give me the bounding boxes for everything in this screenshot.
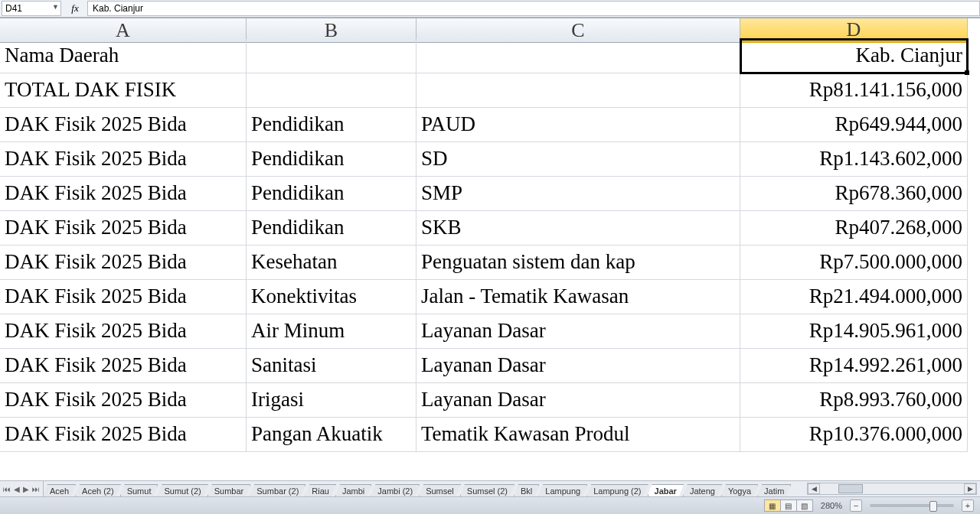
horizontal-scroll-area: ◀ ▶ [791, 481, 980, 496]
formula-input-value: Kab. Cianjur [93, 3, 143, 14]
cell[interactable]: Pendidikan [247, 211, 416, 246]
excel-window: D41 ▼ fx Kab. Cianjur ABCD Nama DaerahKa… [0, 0, 980, 514]
cell[interactable]: Layanan Dasar [416, 349, 740, 383]
scroll-left-icon[interactable]: ◀ [808, 483, 820, 494]
fx-icon: fx [71, 2, 78, 15]
cell[interactable]: Pendidikan [247, 142, 416, 177]
cell[interactable]: PAUD [416, 108, 740, 142]
cell[interactable]: DAK Fisik 2025 Bida [0, 246, 247, 280]
sheet-tab[interactable]: Bkl [514, 484, 539, 496]
cell[interactable]: Rp1.143.602,000 [740, 142, 968, 177]
cell[interactable]: DAK Fisik 2025 Bida [0, 314, 247, 349]
chevron-down-icon[interactable]: ▼ [52, 3, 59, 11]
cell[interactable]: Jalan - Tematik Kawasan [416, 280, 740, 314]
cell[interactable]: Rp14.905.961,000 [740, 314, 968, 349]
sheet-tab[interactable]: Sumbar [207, 484, 251, 496]
tab-next-icon[interactable]: ▶ [23, 485, 29, 493]
cell[interactable]: Tematik Kawasan Produl [416, 418, 740, 452]
view-page-layout-button[interactable]: ▤ [781, 500, 797, 511]
tab-prev-icon[interactable]: ◀ [14, 485, 20, 493]
cell[interactable] [416, 39, 740, 73]
sheet-tab[interactable]: Jambi [335, 484, 371, 496]
sheet-tab[interactable]: Sumsel (2) [460, 484, 514, 496]
cell[interactable]: Rp7.500.000,000 [740, 246, 968, 280]
cell[interactable]: Kesehatan [247, 246, 416, 280]
worksheet-area[interactable]: ABCD Nama DaerahKab. CianjurTOTAL DAK FI… [0, 18, 980, 480]
cell[interactable]: Kab. Cianjur [740, 39, 968, 73]
cell[interactable]: Rp81.141.156,000 [740, 73, 968, 108]
cell[interactable]: SKB [416, 211, 740, 246]
sheet-tab[interactable]: Jabar [648, 484, 684, 496]
tab-nav-buttons: ⏮ ◀ ▶ ⏭ [0, 481, 44, 496]
sheet-tab[interactable]: Riau [305, 484, 336, 496]
sheet-tab[interactable]: Sumut (2) [157, 484, 207, 496]
sheet-tab[interactable]: Jatim [757, 484, 791, 496]
cell[interactable]: DAK Fisik 2025 Bida [0, 418, 247, 452]
cell[interactable]: DAK Fisik 2025 Bida [0, 142, 247, 177]
cell[interactable]: DAK Fisik 2025 Bida [0, 177, 247, 211]
cell[interactable]: Rp649.944,000 [740, 108, 968, 142]
cell-grid[interactable]: Nama DaerahKab. CianjurTOTAL DAK FISIKRp… [0, 39, 980, 452]
view-page-break-button[interactable]: ▧ [797, 500, 812, 511]
cell[interactable]: Rp407.268,000 [740, 211, 968, 246]
name-box[interactable]: D41 ▼ [2, 1, 61, 16]
sheet-tab[interactable]: Sumbar (2) [250, 484, 305, 496]
tab-first-icon[interactable]: ⏮ [3, 485, 11, 493]
cell[interactable]: Konektivitas [247, 280, 416, 314]
cell[interactable]: Nama Daerah [0, 39, 247, 73]
sheet-tab[interactable]: Jambi (2) [371, 484, 420, 496]
sheet-tab[interactable]: Yogya [721, 484, 758, 496]
sheet-tab[interactable]: Sumsel [419, 484, 461, 496]
cell[interactable]: Pendidikan [247, 177, 416, 211]
zoom-out-button[interactable]: − [850, 499, 862, 512]
cell[interactable]: Rp10.376.000,000 [740, 418, 968, 452]
cell[interactable]: Pangan Akuatik [247, 418, 416, 452]
view-buttons: ▦ ▤ ▧ [764, 499, 813, 512]
cell[interactable] [247, 73, 416, 108]
sheet-tab[interactable]: Aceh [44, 484, 76, 496]
cell[interactable] [416, 73, 740, 108]
cell[interactable]: TOTAL DAK FISIK [0, 73, 247, 108]
cell[interactable]: Sanitasi [247, 349, 416, 383]
cell[interactable]: Irigasi [247, 383, 416, 418]
cell[interactable]: Layanan Dasar [416, 383, 740, 418]
cell[interactable]: Layanan Dasar [416, 314, 740, 349]
cell[interactable]: Rp678.360,000 [740, 177, 968, 211]
fx-button[interactable]: fx [66, 1, 84, 16]
cell[interactable]: DAK Fisik 2025 Bida [0, 383, 247, 418]
zoom-slider[interactable] [870, 504, 954, 507]
cell[interactable]: SD [416, 142, 740, 177]
view-normal-button[interactable]: ▦ [765, 500, 781, 511]
cell[interactable]: DAK Fisik 2025 Bida [0, 280, 247, 314]
sheet-tab[interactable]: Sumut [120, 484, 158, 496]
column-headers: ABCD [0, 18, 980, 39]
cell[interactable]: DAK Fisik 2025 Bida [0, 349, 247, 383]
cell[interactable]: Penguatan sistem dan kap [416, 246, 740, 280]
sheet-tabs: AcehAceh (2)SumutSumut (2)SumbarSumbar (… [44, 481, 791, 496]
cell[interactable]: Air Minum [247, 314, 416, 349]
cell[interactable]: Rp14.992.261,000 [740, 349, 968, 383]
name-box-value: D41 [5, 3, 22, 14]
cell[interactable]: DAK Fisik 2025 Bida [0, 108, 247, 142]
cell[interactable]: SMP [416, 177, 740, 211]
sheet-tabs-bar: ⏮ ◀ ▶ ⏭ AcehAceh (2)SumutSumut (2)Sumbar… [0, 480, 980, 496]
tab-last-icon[interactable]: ⏭ [32, 485, 40, 493]
status-bar: ▦ ▤ ▧ 280% − + [0, 496, 980, 514]
formula-bar: D41 ▼ fx Kab. Cianjur [0, 0, 980, 18]
scroll-right-icon[interactable]: ▶ [964, 483, 976, 494]
horizontal-scrollbar[interactable]: ◀ ▶ [807, 483, 977, 495]
cell[interactable]: Rp21.494.000,000 [740, 280, 968, 314]
scroll-thumb[interactable] [838, 484, 863, 493]
sheet-tab[interactable]: Jateng [683, 484, 722, 496]
sheet-tab[interactable]: Aceh (2) [75, 484, 121, 496]
sheet-tab[interactable]: Lampung (2) [586, 484, 648, 496]
cell[interactable]: DAK Fisik 2025 Bida [0, 211, 247, 246]
cell[interactable] [247, 39, 416, 73]
cell[interactable]: Pendidikan [247, 108, 416, 142]
zoom-in-button[interactable]: + [962, 499, 974, 512]
zoom-slider-knob[interactable] [929, 501, 937, 512]
formula-input[interactable]: Kab. Cianjur [87, 1, 980, 16]
zoom-label[interactable]: 280% [821, 501, 842, 510]
sheet-tab[interactable]: Lampung [538, 484, 587, 496]
cell[interactable]: Rp8.993.760,000 [740, 383, 968, 418]
